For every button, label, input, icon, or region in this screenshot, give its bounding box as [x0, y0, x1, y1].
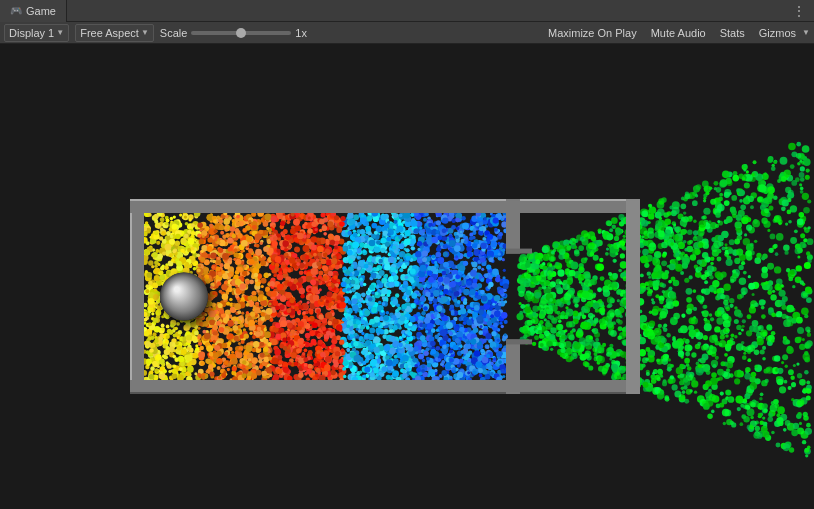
- aspect-arrow-icon: ▼: [141, 28, 149, 37]
- display-select[interactable]: Display 1 ▼: [4, 24, 69, 42]
- display-label: Display 1: [9, 27, 54, 39]
- particle-canvas: [0, 44, 814, 509]
- aspect-label: Free Aspect: [80, 27, 139, 39]
- gizmos-group[interactable]: Gizmos ▼: [755, 27, 810, 39]
- scale-slider[interactable]: [191, 31, 291, 35]
- more-options-button[interactable]: ⋮: [784, 3, 814, 19]
- gizmos-arrow-icon: ▼: [802, 28, 810, 37]
- tab-bar: 🎮 Game ⋮: [0, 0, 814, 22]
- scale-text: Scale: [160, 27, 188, 39]
- scale-value: 1x: [295, 27, 307, 39]
- toolbar: Display 1 ▼ Free Aspect ▼ Scale 1x Maxim…: [0, 22, 814, 44]
- gizmos-button[interactable]: Gizmos: [755, 27, 800, 39]
- game-tab[interactable]: 🎮 Game: [0, 0, 67, 22]
- scale-thumb: [236, 28, 246, 38]
- mute-audio-button[interactable]: Mute Audio: [647, 27, 710, 39]
- game-icon: 🎮: [10, 5, 22, 16]
- game-viewport: [0, 44, 814, 509]
- scale-group: Scale 1x: [160, 27, 307, 39]
- aspect-select[interactable]: Free Aspect ▼: [75, 24, 154, 42]
- maximize-on-play-button[interactable]: Maximize On Play: [544, 27, 641, 39]
- tab-label: Game: [26, 5, 56, 17]
- display-arrow-icon: ▼: [56, 28, 64, 37]
- stats-button[interactable]: Stats: [716, 27, 749, 39]
